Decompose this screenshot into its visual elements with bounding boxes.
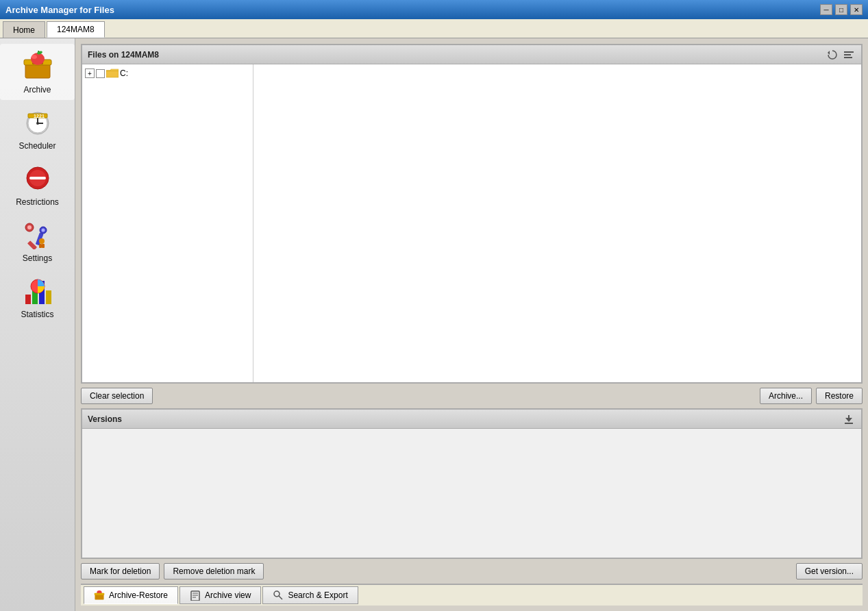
tree-item-c[interactable]: + C: [85, 67, 250, 79]
sidebar-item-settings[interactable]: Settings [0, 212, 75, 269]
svg-point-19 [27, 225, 32, 229]
svg-rect-17 [27, 240, 36, 249]
app-title: Archive Manager for Files [5, 5, 114, 15]
sidebar-label-scheduler: Scheduler [18, 141, 55, 151]
statistics-icon [21, 274, 54, 307]
restore-button[interactable]: □ [835, 4, 847, 15]
svg-rect-16 [29, 177, 46, 179]
sidebar-item-archive[interactable]: Archive [0, 44, 75, 100]
settings-icon [21, 218, 54, 251]
svg-point-4 [32, 55, 37, 59]
versions-panel: Versions [81, 408, 863, 559]
bottom-tab-archive-view[interactable]: Archive view [179, 586, 261, 604]
restrictions-icon [21, 162, 54, 195]
svg-rect-32 [844, 51, 854, 53]
sidebar-item-scheduler[interactable]: 12 21 Scheduler [0, 100, 75, 156]
svg-rect-41 [191, 591, 199, 601]
svg-text:21: 21 [39, 114, 45, 119]
svg-line-46 [279, 596, 282, 599]
view-settings-button[interactable] [842, 48, 856, 62]
archive-view-tab-icon [190, 590, 201, 601]
svg-rect-37 [845, 423, 853, 424]
svg-rect-26 [25, 295, 31, 304]
files-panel-toolbar [826, 48, 856, 62]
sidebar-label-settings: Settings [23, 253, 52, 263]
versions-panel-body [82, 429, 861, 558]
svg-point-23 [39, 238, 45, 244]
versions-action-bar: Mark for deletion Remove deletion mark G… [81, 559, 863, 584]
versions-panel-title: Versions [88, 414, 122, 424]
versions-action-right: Get version... [796, 563, 863, 579]
bottom-tab-label-archive-restore: Archive-Restore [109, 590, 168, 600]
sidebar: Archive 12 21 Scheduler [0, 38, 75, 611]
main-area: Archive 12 21 Scheduler [0, 38, 868, 611]
file-list [253, 64, 861, 382]
sidebar-label-statistics: Statistics [21, 310, 53, 319]
tree-checkbox-c[interactable] [96, 69, 105, 78]
tab-bar: Home 124MAM8 [0, 19, 868, 38]
bottom-tab-label-search-export: Search & Export [288, 590, 347, 600]
bottom-tab-archive-restore[interactable]: Archive-Restore [84, 586, 178, 604]
scheduler-icon: 12 21 [21, 105, 54, 138]
tab-home[interactable]: Home [3, 21, 45, 38]
sidebar-label-archive: Archive [23, 85, 51, 95]
bottom-tab-label-archive-view: Archive view [205, 590, 251, 600]
sidebar-item-restrictions[interactable]: Restrictions [0, 156, 75, 212]
remove-deletion-button[interactable]: Remove deletion mark [164, 563, 264, 579]
svg-rect-36 [848, 415, 850, 419]
versions-download-button[interactable] [842, 412, 856, 426]
files-panel: Files on 124MAM8 [81, 44, 863, 384]
title-bar: Archive Manager for Files ─ □ ✕ [0, 0, 868, 19]
sidebar-item-statistics[interactable]: Statistics [0, 269, 75, 325]
bottom-tab-bar: Archive-Restore Archive view Search & Ex [81, 584, 863, 606]
svg-rect-25 [42, 244, 45, 248]
mark-deletion-button[interactable]: Mark for deletion [81, 563, 160, 579]
svg-point-22 [41, 229, 45, 232]
content-area: Files on 124MAM8 [75, 38, 868, 611]
archive-button[interactable]: Archive... [760, 388, 812, 404]
svg-text:12: 12 [34, 114, 39, 119]
svg-point-3 [31, 53, 45, 65]
action-bar: Clear selection Archive... Restore [81, 384, 863, 408]
tree-label-c: C: [120, 68, 128, 78]
svg-marker-31 [828, 51, 830, 55]
svg-point-45 [274, 591, 280, 597]
tree-expand-c[interactable]: + [85, 68, 95, 78]
archive-icon [21, 49, 54, 82]
files-panel-body: + C: [82, 64, 861, 382]
restore-button[interactable]: Restore [816, 388, 863, 404]
archive-restore-tab-icon [94, 590, 105, 601]
svg-rect-39 [95, 595, 103, 600]
sidebar-label-restrictions: Restrictions [16, 197, 59, 207]
bottom-tab-search-export[interactable]: Search & Export [262, 586, 358, 604]
svg-rect-34 [844, 57, 852, 58]
close-button[interactable]: ✕ [850, 4, 863, 15]
svg-rect-29 [46, 290, 51, 304]
clear-selection-button[interactable]: Clear selection [81, 388, 153, 404]
versions-panel-header: Versions [82, 410, 861, 429]
svg-point-10 [36, 122, 39, 125]
files-panel-title: Files on 124MAM8 [88, 50, 159, 60]
svg-rect-24 [39, 244, 42, 248]
tab-124mam8[interactable]: 124MAM8 [47, 21, 105, 38]
svg-rect-40 [95, 593, 105, 595]
search-tab-icon [273, 590, 284, 601]
window-controls: ─ □ ✕ [820, 4, 863, 15]
tree-panel: + C: [82, 64, 253, 382]
folder-icon-c [106, 68, 119, 78]
files-panel-header: Files on 124MAM8 [82, 45, 861, 64]
minimize-button[interactable]: ─ [820, 4, 832, 15]
refresh-button[interactable] [826, 48, 839, 62]
get-version-button[interactable]: Get version... [796, 563, 863, 579]
action-right-buttons: Archive... Restore [760, 388, 863, 404]
svg-rect-33 [844, 54, 851, 55]
